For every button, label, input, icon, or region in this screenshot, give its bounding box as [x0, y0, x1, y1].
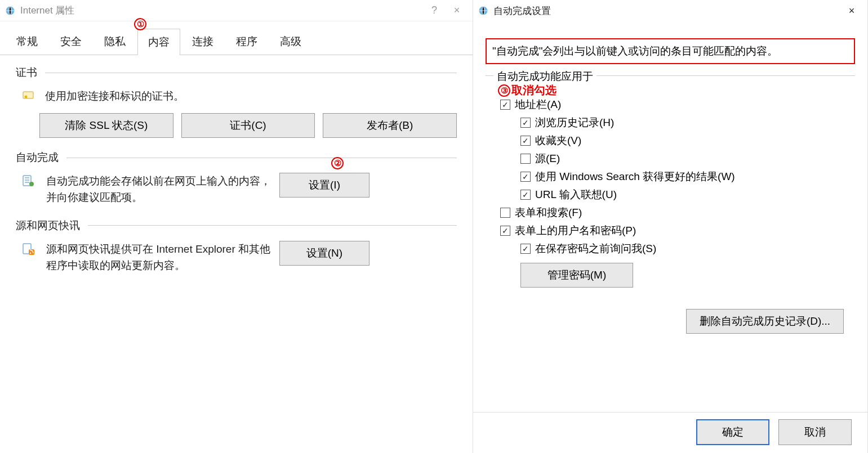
info-text: "自动完成"会列出与以前键入或访问的条目可能匹配的内容。 — [486, 38, 855, 64]
tab-4[interactable]: 连接 — [181, 28, 224, 55]
autocomplete-applies-group: 自动完成功能应用于 ③取消勾选 地址栏(A) 浏览历史记录(H) 收藏夹(V) … — [486, 75, 855, 299]
autocomplete-icon — [16, 173, 38, 190]
cancel-button[interactable]: 取消 — [778, 419, 852, 445]
publishers-button[interactable]: 发布者(B) — [323, 113, 457, 138]
group-title-feeds: 源和网页快讯 — [16, 218, 80, 233]
clear-ssl-button[interactable]: 清除 SSL 状态(S) — [39, 113, 173, 138]
window-title: Internet 属性 — [20, 4, 74, 17]
svg-rect-1 — [23, 92, 33, 98]
annotation-3: ③取消勾选 — [498, 83, 557, 98]
tabs: 常规安全隐私内容连接程序高级 — [0, 21, 473, 55]
divider — [66, 158, 457, 158]
feeds-icon — [16, 241, 38, 258]
feeds-settings-button[interactable]: 设置(N) — [279, 241, 370, 266]
checkbox-url-suggest[interactable]: URL 输入联想(U) — [520, 187, 855, 202]
checkbox-label: URL 输入联想(U) — [535, 187, 617, 202]
checkbox-icon — [520, 172, 531, 182]
delete-history-button[interactable]: 删除自动完成历史记录(D)... — [686, 309, 844, 334]
titlebar-left: Internet 属性 ? × — [0, 0, 473, 21]
checkbox-label: 在保存密码之前询问我(S) — [535, 241, 656, 256]
feeds-desc: 源和网页快讯提供可在 Internet Explorer 和其他程序中读取的网站… — [46, 241, 271, 274]
close-button[interactable]: × — [840, 5, 863, 17]
internet-properties-window: Internet 属性 ? × 常规安全隐私内容连接程序高级 ① 证书 使用加密… — [0, 0, 473, 453]
checkbox-label: 收藏夹(V) — [535, 133, 581, 148]
checkbox-label: 地址栏(A) — [515, 97, 561, 112]
checkbox-icon — [520, 244, 531, 254]
svg-point-2 — [25, 96, 28, 98]
checkbox-label: 表单上的用户名和密码(P) — [515, 223, 636, 238]
dialog-footer: 确定 取消 — [473, 412, 867, 453]
checkbox-icon — [520, 190, 531, 200]
divider — [88, 225, 457, 226]
autocomplete-desc: 自动完成功能会存储以前在网页上输入的内容，并向你建议匹配项。 — [46, 173, 271, 206]
globe-icon — [5, 5, 16, 16]
checkbox-forms-search[interactable]: 表单和搜索(F) — [500, 205, 855, 220]
certificates-button[interactable]: 证书(C) — [181, 113, 315, 138]
checkbox-user-pass[interactable]: 表单上的用户名和密码(P) — [500, 223, 855, 238]
help-button[interactable]: ? — [423, 5, 446, 16]
group-certificates: 证书 使用加密连接和标识的证书。 清除 SSL 状态(S) 证书(C) 发布者(… — [16, 65, 457, 138]
checkbox-label: 使用 Windows Search 获得更好的结果(W) — [535, 169, 735, 184]
checkbox-icon — [500, 208, 510, 218]
svg-point-10 — [30, 253, 31, 254]
tab-6[interactable]: 高级 — [269, 28, 312, 55]
checkbox-icon — [520, 154, 531, 164]
checkbox-icon — [520, 136, 531, 146]
checkbox-address-bar[interactable]: 地址栏(A) — [500, 97, 855, 112]
close-button[interactable]: × — [446, 5, 468, 16]
autocomplete-settings-button[interactable]: 设置(I) — [279, 173, 370, 198]
tab-content: 证书 使用加密连接和标识的证书。 清除 SSL 状态(S) 证书(C) 发布者(… — [0, 55, 473, 453]
group-legend: 自动完成功能应用于 — [493, 69, 597, 84]
certificate-icon — [16, 88, 38, 105]
ok-button[interactable]: 确定 — [696, 419, 769, 445]
checkbox-feeds[interactable]: 源(E) — [520, 151, 855, 166]
checkbox-history[interactable]: 浏览历史记录(H) — [520, 115, 855, 130]
titlebar-right: 自动完成设置 × — [473, 0, 867, 21]
checkbox-label: 源(E) — [535, 151, 560, 166]
checkbox-ask-save[interactable]: 在保存密码之前询问我(S) — [520, 241, 855, 256]
checkbox-favorites[interactable]: 收藏夹(V) — [520, 133, 855, 148]
group-feeds: 源和网页快讯 源和网页快讯提供可在 Internet Explorer 和其他程… — [16, 218, 457, 274]
tab-1[interactable]: 安全 — [50, 28, 92, 55]
tab-0[interactable]: 常规 — [6, 28, 48, 55]
checkbox-windows-search[interactable]: 使用 Windows Search 获得更好的结果(W) — [520, 169, 855, 184]
group-autocomplete: 自动完成 自动完成功能会存储以前在网页上输入的内容，并向你建议匹配项。 ② 设置… — [16, 150, 457, 206]
checkbox-icon — [500, 100, 510, 110]
checkbox-label: 表单和搜索(F) — [515, 205, 582, 220]
tab-2[interactable]: 隐私 — [94, 28, 136, 55]
autocomplete-settings-window: 自动完成设置 × "自动完成"会列出与以前键入或访问的条目可能匹配的内容。 自动… — [473, 0, 868, 453]
checkbox-icon — [520, 118, 531, 128]
checkbox-icon — [500, 226, 510, 236]
tab-3[interactable]: 内容 — [137, 29, 180, 55]
cert-desc: 使用加密连接和标识的证书。 — [45, 88, 457, 105]
window-title: 自动完成设置 — [493, 5, 551, 17]
group-title-autocomplete: 自动完成 — [16, 150, 59, 165]
svg-point-7 — [29, 182, 34, 186]
manage-passwords-button[interactable]: 管理密码(M) — [520, 263, 633, 288]
tab-5[interactable]: 程序 — [225, 28, 268, 55]
globe-icon — [478, 5, 489, 16]
divider — [45, 73, 457, 73]
group-title-cert: 证书 — [16, 65, 37, 80]
checkbox-label: 浏览历史记录(H) — [535, 115, 614, 130]
